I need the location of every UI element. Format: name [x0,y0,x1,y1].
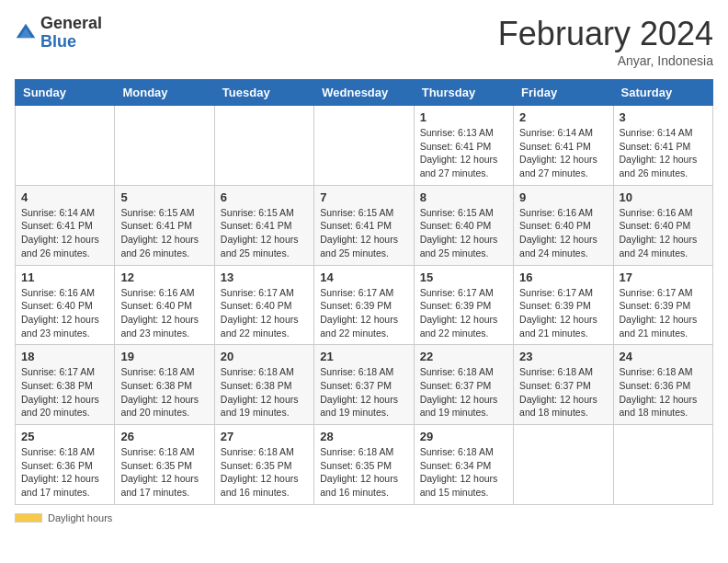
calendar-cell: 11Sunrise: 6:16 AM Sunset: 6:40 PM Dayli… [16,265,115,345]
day-header-monday: Monday [115,80,214,106]
calendar-cell: 4Sunrise: 6:14 AM Sunset: 6:41 PM Daylig… [16,185,115,265]
day-number: 11 [21,270,108,284]
calendar-cell: 20Sunrise: 6:18 AM Sunset: 6:38 PM Dayli… [214,345,313,425]
day-header-thursday: Thursday [414,80,513,106]
day-info: Sunrise: 6:14 AM Sunset: 6:41 PM Dayligh… [620,126,707,180]
calendar-cell: 27Sunrise: 6:18 AM Sunset: 6:35 PM Dayli… [214,425,313,505]
calendar-cell [514,425,613,505]
week-row: 4Sunrise: 6:14 AM Sunset: 6:41 PM Daylig… [16,185,713,265]
calendar-cell [613,425,712,505]
day-info: Sunrise: 6:17 AM Sunset: 6:39 PM Dayligh… [420,286,507,340]
day-number: 12 [120,270,208,284]
day-number: 6 [221,190,308,204]
day-info: Sunrise: 6:16 AM Sunset: 6:40 PM Dayligh… [620,206,707,260]
calendar-cell: 26Sunrise: 6:18 AM Sunset: 6:35 PM Dayli… [115,425,214,505]
calendar-table: SundayMondayTuesdayWednesdayThursdayFrid… [15,79,713,505]
day-info: Sunrise: 6:14 AM Sunset: 6:41 PM Dayligh… [21,206,108,260]
day-header-tuesday: Tuesday [214,80,313,106]
day-number: 27 [221,430,308,443]
logo-blue: Blue [40,33,102,52]
day-info: Sunrise: 6:15 AM Sunset: 6:41 PM Dayligh… [320,206,407,260]
calendar-cell [214,106,313,186]
day-number: 13 [221,270,308,284]
title-area: February 2024 Anyar, Indonesia [498,15,713,68]
day-info: Sunrise: 6:18 AM Sunset: 6:34 PM Dayligh… [420,445,507,500]
day-info: Sunrise: 6:15 AM Sunset: 6:41 PM Dayligh… [120,206,208,260]
calendar-cell: 10Sunrise: 6:16 AM Sunset: 6:40 PM Dayli… [613,185,712,265]
daylight-label: Daylight hours [48,512,112,523]
day-number: 14 [320,270,407,284]
calendar-cell: 12Sunrise: 6:16 AM Sunset: 6:40 PM Dayli… [115,265,214,345]
calendar-cell: 17Sunrise: 6:17 AM Sunset: 6:39 PM Dayli… [613,265,712,345]
calendar-cell: 29Sunrise: 6:18 AM Sunset: 6:34 PM Dayli… [414,425,513,505]
calendar-cell [314,106,414,186]
calendar-cell: 13Sunrise: 6:17 AM Sunset: 6:40 PM Dayli… [214,265,313,345]
day-info: Sunrise: 6:17 AM Sunset: 6:39 PM Dayligh… [320,286,407,340]
day-info: Sunrise: 6:16 AM Sunset: 6:40 PM Dayligh… [21,286,108,340]
day-info: Sunrise: 6:13 AM Sunset: 6:41 PM Dayligh… [420,126,507,180]
calendar-cell: 22Sunrise: 6:18 AM Sunset: 6:37 PM Dayli… [414,345,513,425]
day-number: 20 [221,350,308,363]
logo-general: General [40,15,102,33]
daylight-bar-icon [15,513,42,523]
day-info: Sunrise: 6:17 AM Sunset: 6:39 PM Dayligh… [620,286,707,340]
calendar-cell: 14Sunrise: 6:17 AM Sunset: 6:39 PM Dayli… [314,265,414,345]
calendar-cell: 7Sunrise: 6:15 AM Sunset: 6:41 PM Daylig… [314,185,414,265]
day-number: 5 [120,190,208,204]
day-number: 25 [21,430,108,443]
footer-area: Daylight hours [15,512,713,523]
day-number: 17 [620,270,707,284]
day-number: 19 [120,350,208,363]
calendar-cell: 5Sunrise: 6:15 AM Sunset: 6:41 PM Daylig… [115,185,214,265]
day-info: Sunrise: 6:18 AM Sunset: 6:38 PM Dayligh… [221,365,308,419]
day-info: Sunrise: 6:15 AM Sunset: 6:40 PM Dayligh… [420,206,507,260]
calendar-body: 1Sunrise: 6:13 AM Sunset: 6:41 PM Daylig… [16,106,713,505]
day-header-saturday: Saturday [613,80,712,106]
calendar-cell: 18Sunrise: 6:17 AM Sunset: 6:38 PM Dayli… [16,345,115,425]
day-number: 15 [420,270,507,284]
day-number: 29 [420,430,507,443]
logo: General Blue [15,15,102,52]
day-info: Sunrise: 6:18 AM Sunset: 6:35 PM Dayligh… [320,445,407,500]
calendar-cell: 16Sunrise: 6:17 AM Sunset: 6:39 PM Dayli… [514,265,613,345]
day-number: 10 [620,190,707,204]
day-number: 16 [519,270,607,284]
week-row: 25Sunrise: 6:18 AM Sunset: 6:36 PM Dayli… [16,425,713,505]
day-header-friday: Friday [514,80,613,106]
day-info: Sunrise: 6:18 AM Sunset: 6:36 PM Dayligh… [620,365,707,419]
calendar-cell: 15Sunrise: 6:17 AM Sunset: 6:39 PM Dayli… [414,265,513,345]
day-number: 3 [620,110,707,124]
day-info: Sunrise: 6:15 AM Sunset: 6:41 PM Dayligh… [221,206,308,260]
day-header-wednesday: Wednesday [314,80,414,106]
day-info: Sunrise: 6:18 AM Sunset: 6:38 PM Dayligh… [120,365,208,419]
day-info: Sunrise: 6:16 AM Sunset: 6:40 PM Dayligh… [519,206,607,260]
logo-icon [15,22,37,44]
week-row: 11Sunrise: 6:16 AM Sunset: 6:40 PM Dayli… [16,265,713,345]
day-info: Sunrise: 6:18 AM Sunset: 6:36 PM Dayligh… [21,445,108,500]
day-info: Sunrise: 6:14 AM Sunset: 6:41 PM Dayligh… [519,126,607,180]
day-number: 23 [519,350,607,363]
day-info: Sunrise: 6:18 AM Sunset: 6:37 PM Dayligh… [519,365,607,419]
day-header-sunday: Sunday [16,80,115,106]
calendar-cell: 19Sunrise: 6:18 AM Sunset: 6:38 PM Dayli… [115,345,214,425]
calendar-cell [115,106,214,186]
calendar-cell: 21Sunrise: 6:18 AM Sunset: 6:37 PM Dayli… [314,345,414,425]
calendar-cell: 3Sunrise: 6:14 AM Sunset: 6:41 PM Daylig… [613,106,712,186]
day-number: 1 [420,110,507,124]
month-title: February 2024 [498,15,713,53]
day-number: 26 [120,430,208,443]
day-number: 24 [620,350,707,363]
calendar-cell: 28Sunrise: 6:18 AM Sunset: 6:35 PM Dayli… [314,425,414,505]
day-info: Sunrise: 6:18 AM Sunset: 6:35 PM Dayligh… [120,445,208,500]
day-number: 21 [320,350,407,363]
day-info: Sunrise: 6:16 AM Sunset: 6:40 PM Dayligh… [120,286,208,340]
days-header-row: SundayMondayTuesdayWednesdayThursdayFrid… [16,80,713,106]
day-info: Sunrise: 6:17 AM Sunset: 6:39 PM Dayligh… [519,286,607,340]
day-number: 18 [21,350,108,363]
calendar-cell: 9Sunrise: 6:16 AM Sunset: 6:40 PM Daylig… [514,185,613,265]
header: General Blue February 2024 Anyar, Indone… [15,15,713,68]
calendar-cell: 2Sunrise: 6:14 AM Sunset: 6:41 PM Daylig… [514,106,613,186]
calendar-cell: 8Sunrise: 6:15 AM Sunset: 6:40 PM Daylig… [414,185,513,265]
day-number: 7 [320,190,407,204]
day-number: 4 [21,190,108,204]
